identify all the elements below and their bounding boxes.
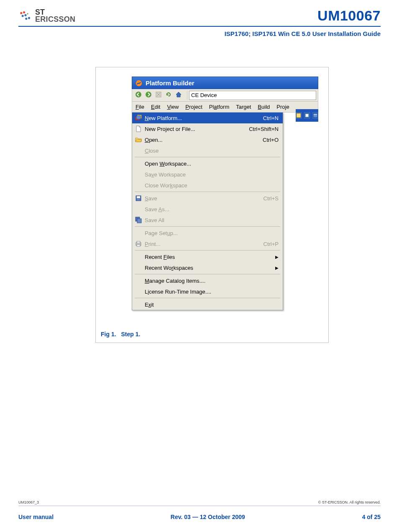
svg-point-9 [146, 92, 151, 97]
brand-bottom: ERICSSON [35, 16, 75, 23]
print-icon [135, 240, 142, 248]
menu-separator [135, 250, 280, 251]
menu-item: Page Setup... [132, 228, 283, 238]
svg-rect-17 [136, 116, 141, 119]
page-header: ST ERICSSON UM10067 [18, 8, 381, 24]
menu-item-shortcut: Ctrl+N [263, 115, 279, 121]
menu-item-label: Close [145, 148, 279, 154]
stop-icon [155, 91, 162, 99]
svg-point-4 [25, 18, 27, 20]
svg-point-2 [22, 15, 24, 17]
save-all-icon [135, 216, 142, 224]
brand-text: ST ERICSSON [35, 9, 75, 22]
footer-divider [18, 506, 381, 506]
new-platform-icon [135, 114, 142, 122]
menu-item[interactable]: Manage Catalog Items.... [132, 275, 283, 286]
menu-item-label: Save Workspace [145, 171, 279, 178]
menu-item-label: Save As... [145, 206, 279, 212]
svg-rect-22 [137, 219, 141, 223]
menu-item-label: License Run-Time Image.... [145, 289, 279, 295]
menu-item-shortcut: Ctrl+O [263, 137, 279, 143]
home-icon [175, 91, 182, 99]
figure-container: Platform Builder File Edit View Project … [95, 67, 329, 343]
menu-separator [135, 298, 280, 298]
svg-point-6 [27, 13, 28, 14]
menu-item-label: Manage Catalog Items.... [145, 278, 279, 284]
menu-file[interactable]: File [132, 102, 148, 112]
menu-item: Print...Ctrl+P [132, 238, 283, 249]
view-icon [304, 112, 310, 119]
menu-item-shortcut: Ctrl+P [263, 241, 279, 247]
st-ericsson-icon [18, 9, 33, 23]
menu-view[interactable]: View [164, 102, 182, 112]
menu-item-label: Open Workspace... [145, 161, 279, 167]
menubar: File Edit View Project Platform Target B… [132, 102, 318, 113]
menu-item[interactable]: Open Workspace... [132, 158, 283, 169]
menu-item[interactable]: New Platform...Ctrl+N [132, 113, 283, 123]
stop-button[interactable] [154, 91, 163, 100]
menu-project[interactable]: Project [182, 102, 205, 112]
menu-item-label: New Platform... [145, 115, 263, 121]
svg-point-8 [136, 92, 141, 97]
menu-project-trunc[interactable]: Proje [273, 102, 292, 112]
menu-item-label: Recent Workspaces [145, 265, 274, 271]
svg-point-3 [24, 14, 26, 16]
screenshot: Platform Builder File Edit View Project … [132, 77, 318, 310]
back-button[interactable] [134, 91, 143, 100]
submenu-arrow-icon: ▶ [274, 266, 279, 270]
figure-number: Fig 1. [101, 331, 116, 338]
toolbar-separator [185, 91, 187, 100]
address-field[interactable] [189, 91, 316, 100]
footer-page: 4 of 25 [362, 514, 381, 520]
platform-builder-icon [135, 79, 143, 87]
svg-rect-20 [137, 199, 140, 200]
save-icon [135, 194, 142, 202]
menu-item-shortcut: Ctrl+Shift+N [249, 126, 279, 132]
svg-point-5 [28, 17, 30, 19]
svg-rect-11 [297, 113, 301, 118]
panel-icon [312, 112, 318, 119]
figure-caption: Fig 1. Step 1. [101, 331, 140, 338]
window-titlebar: Platform Builder [132, 77, 318, 89]
window-title: Platform Builder [146, 79, 194, 87]
toolbar [132, 89, 318, 102]
menu-item-label: Save [145, 195, 263, 202]
menu-item-label: Exit [145, 302, 279, 308]
brand-logo: ST ERICSSON [18, 9, 75, 23]
catalog-icon [296, 112, 302, 119]
footer-user-manual: User manual [18, 514, 54, 520]
menu-item-label: Print... [145, 241, 263, 247]
menu-separator [135, 192, 280, 192]
menu-target[interactable]: Target [233, 102, 254, 112]
menu-item-label: Open... [145, 137, 263, 143]
footer-doc-rev: UM10067_3 [18, 500, 39, 504]
menu-item[interactable]: Recent Workspaces▶ [132, 262, 283, 273]
document-code: UM10067 [317, 8, 381, 24]
svg-rect-25 [137, 245, 140, 246]
menu-item[interactable]: Open...Ctrl+O [132, 134, 283, 145]
svg-rect-19 [137, 196, 140, 198]
menu-item-label: Recent Files [145, 254, 274, 260]
menu-item: Close [132, 145, 283, 156]
svg-point-1 [23, 11, 25, 13]
menu-item-label: New Project or File... [145, 126, 249, 132]
forward-icon [145, 91, 152, 99]
refresh-icon [165, 91, 172, 99]
menu-item: SaveCtrl+S [132, 193, 283, 204]
menu-item[interactable]: Recent Files▶ [132, 251, 283, 262]
menu-item: Save As... [132, 204, 283, 215]
menu-item-shortcut: Ctrl+S [263, 195, 279, 202]
menu-edit[interactable]: Edit [148, 102, 164, 112]
figure-title: Step 1. [121, 331, 140, 338]
menu-build[interactable]: Build [254, 102, 273, 112]
menu-item[interactable]: Exit [132, 299, 283, 310]
menu-platform[interactable]: Platform [206, 102, 233, 112]
home-button[interactable] [174, 91, 183, 100]
file-menu-dropdown: New Platform...Ctrl+NNew Project or File… [132, 113, 283, 310]
menu-item[interactable]: New Project or File...Ctrl+Shift+N [132, 123, 283, 134]
svg-rect-13 [306, 114, 308, 117]
forward-button[interactable] [144, 91, 153, 100]
menu-item: Close Workspace [132, 180, 283, 191]
refresh-button[interactable] [164, 91, 173, 100]
menu-item[interactable]: License Run-Time Image.... [132, 286, 283, 297]
